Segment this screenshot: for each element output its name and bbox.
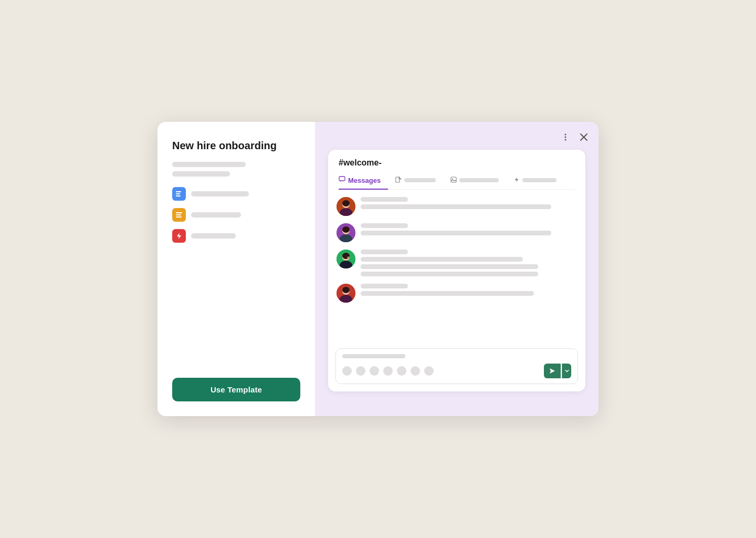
feature-icon-1 [172, 187, 186, 201]
toolbar-icon-7 [424, 366, 434, 376]
msg-name-skeleton-4 [361, 284, 408, 288]
msg-line-1a [361, 204, 551, 209]
avatar-3 [337, 250, 355, 268]
left-content: New hire onboarding [172, 139, 300, 243]
files-tab-icon [395, 177, 402, 184]
tab-automations-skeleton [522, 178, 556, 182]
msg-line-2a [361, 231, 551, 235]
right-panel: #welcome- Messages [315, 122, 598, 416]
toolbar-icon-4 [383, 366, 393, 376]
user-avatar-4 [337, 284, 355, 303]
svg-rect-2 [176, 195, 181, 196]
use-template-button[interactable]: Use Template [172, 378, 300, 401]
avatar-2 [337, 223, 355, 242]
message-content-2 [361, 223, 577, 235]
message-content-1 [361, 197, 577, 209]
chat-messages [328, 190, 585, 348]
user-avatar-3 [337, 250, 355, 268]
send-dropdown-button[interactable] [562, 364, 571, 378]
svg-point-24 [342, 226, 350, 233]
msg-name-skeleton-3 [361, 250, 408, 254]
feature-list [172, 187, 300, 243]
svg-marker-6 [177, 233, 181, 239]
close-icon [580, 133, 588, 141]
file-icon [395, 177, 402, 183]
svg-point-9 [565, 139, 566, 141]
svg-point-7 [565, 134, 566, 136]
tab-messages[interactable]: Messages [339, 173, 388, 190]
message-row-1 [337, 197, 577, 216]
avatar-1 [337, 197, 355, 216]
message-content-3 [361, 250, 577, 276]
tab-images[interactable] [443, 173, 506, 190]
avatar-4 [337, 284, 355, 303]
svg-rect-0 [176, 191, 181, 192]
top-actions [560, 131, 589, 143]
channel-name: #welcome- [339, 158, 575, 168]
message-content-4 [361, 284, 577, 296]
svg-point-34 [342, 287, 350, 293]
tab-messages-label: Messages [348, 177, 381, 184]
send-icon [549, 368, 555, 374]
tab-files[interactable] [388, 173, 443, 190]
svg-rect-5 [176, 216, 182, 218]
tab-automations[interactable] [506, 173, 564, 190]
image-icon [450, 177, 457, 183]
msg-line-3a [361, 257, 523, 262]
left-panel: New hire onboarding [158, 122, 315, 416]
toolbar-icon-1 [342, 366, 352, 376]
toolbar-icon-6 [411, 366, 420, 376]
input-placeholder-skeleton [342, 354, 405, 358]
svg-rect-14 [451, 177, 456, 182]
svg-marker-16 [515, 177, 519, 182]
svg-point-20 [342, 200, 350, 206]
feature-item-3 [172, 229, 300, 243]
automations-tab-icon [513, 177, 520, 184]
msg-line-3c [361, 272, 538, 276]
msg-name-skeleton-2 [361, 223, 408, 228]
svg-rect-4 [176, 214, 181, 215]
user-avatar-1 [337, 197, 355, 216]
chat-preview: #welcome- Messages [328, 150, 585, 391]
send-area [544, 364, 571, 378]
svg-point-8 [565, 137, 566, 138]
messages-tab-icon [339, 176, 345, 184]
message-row-4 [337, 284, 577, 303]
toolbar-icon-5 [397, 366, 406, 376]
msg-line-3b [361, 264, 538, 269]
user-avatar-2 [337, 223, 355, 242]
more-options-icon [561, 132, 570, 142]
chat-bubble-icon [339, 176, 345, 183]
chat-header: #welcome- Messages [328, 150, 585, 190]
send-button[interactable] [544, 364, 561, 378]
msg-line-4a [361, 291, 534, 296]
feature-item-2 [172, 208, 300, 222]
description-skeleton-2 [172, 171, 230, 177]
chevron-down-icon [565, 369, 569, 373]
feature-label-1 [191, 191, 249, 196]
toolbar-actions [342, 366, 434, 376]
more-options-button[interactable] [560, 131, 571, 143]
input-toolbar [342, 364, 571, 378]
modal-container: New hire onboarding [158, 122, 598, 416]
toolbar-icon-3 [370, 366, 379, 376]
svg-rect-12 [339, 177, 345, 181]
list-icon [175, 211, 183, 219]
bolt-tab-icon [513, 177, 520, 183]
bolt-icon [175, 232, 183, 240]
chat-input-area[interactable] [335, 348, 578, 384]
msg-name-skeleton-1 [361, 197, 408, 202]
close-button[interactable] [579, 132, 589, 142]
description-skeleton-1 [172, 162, 246, 167]
modal-title: New hire onboarding [172, 139, 300, 152]
images-tab-icon [450, 177, 457, 184]
feature-label-3 [191, 233, 236, 239]
toolbar-icon-2 [356, 366, 365, 376]
feature-icon-3 [172, 229, 186, 243]
message-row-3 [337, 250, 577, 276]
feature-label-2 [191, 212, 241, 218]
svg-rect-1 [176, 193, 180, 194]
feature-item-1 [172, 187, 300, 201]
svg-rect-3 [176, 212, 182, 213]
svg-marker-35 [550, 368, 555, 374]
